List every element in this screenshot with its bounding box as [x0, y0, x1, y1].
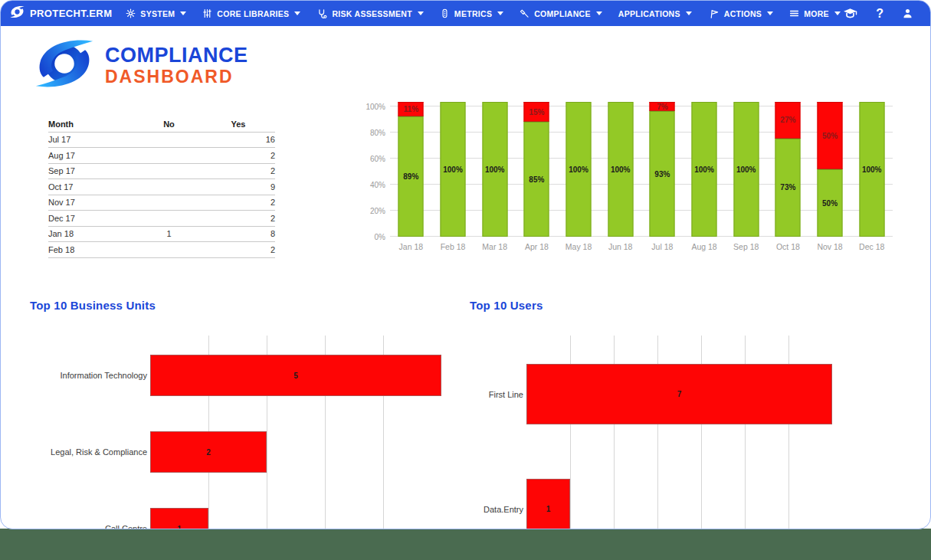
- x-tick-label: Apr 18: [516, 242, 558, 251]
- column-header-month: Month: [48, 120, 136, 129]
- table-row: Feb 182: [48, 242, 275, 258]
- category-label: Information Technology: [1, 371, 147, 380]
- segment-value-label: 73%: [780, 183, 795, 192]
- stacked-bar[interactable]: 27%73%: [775, 102, 801, 237]
- cell-month: Feb 18: [48, 245, 136, 254]
- category-label: Data.Entry: [1, 505, 523, 514]
- stacked-bars-row: 11%89%Jan 18100%Feb 18100%Mar 1815%85%Ap…: [390, 102, 893, 237]
- bar-segment-yes[interactable]: 73%: [775, 139, 801, 237]
- x-tick-label: May 18: [558, 242, 600, 251]
- chevron-down-icon: [596, 11, 602, 15]
- gavel-icon: [520, 8, 529, 18]
- menu-applications[interactable]: APPLICATIONS: [618, 9, 692, 18]
- stacked-bar[interactable]: 100%: [859, 102, 884, 237]
- y-tick-label: 20%: [370, 207, 385, 215]
- main-menu: SYSTEM CORE LIBRARIES: [126, 8, 841, 19]
- bar-segment-yes[interactable]: 85%: [524, 122, 549, 237]
- bar-segment-no[interactable]: 11%: [398, 102, 424, 116]
- bar-segment-no[interactable]: 7%: [650, 102, 675, 111]
- segment-value-label: 100%: [694, 165, 714, 174]
- bar-segment-yes[interactable]: 100%: [441, 102, 466, 237]
- users-chart-title: Top 10 Users: [470, 299, 543, 312]
- segment-value-label: 100%: [611, 165, 631, 174]
- bar-segment-no[interactable]: 27%: [775, 102, 801, 139]
- stacked-bar[interactable]: 100%: [566, 102, 592, 237]
- bar-value-label: 1: [546, 505, 551, 513]
- menu-compliance[interactable]: COMPLIANCE: [520, 8, 602, 18]
- flag-icon: [708, 8, 720, 19]
- bar-segment-no[interactable]: 15%: [524, 102, 549, 122]
- bar-segment-yes[interactable]: 100%: [733, 102, 759, 237]
- stacked-bar[interactable]: 7%93%: [650, 102, 675, 237]
- chevron-down-icon: [418, 11, 424, 15]
- cell-month: Jul 17: [48, 135, 136, 144]
- bar-segment-yes[interactable]: 89%: [398, 116, 424, 237]
- menu-core-libraries-label: CORE LIBRARIES: [217, 9, 289, 18]
- stacked-bar-slot: 50%50%Nov 18: [809, 102, 851, 237]
- gear-icon: [126, 8, 136, 18]
- stacked-bar[interactable]: 50%50%: [818, 102, 843, 237]
- menu-more[interactable]: MORE: [789, 8, 841, 18]
- graduation-cap-icon[interactable]: [843, 8, 857, 19]
- segment-value-label: 100%: [443, 165, 463, 174]
- menu-actions[interactable]: ACTIONS: [708, 8, 773, 19]
- x-tick-label: Jul 18: [641, 242, 683, 251]
- stacked-bar[interactable]: 100%: [441, 102, 466, 237]
- h-bar[interactable]: 2: [150, 431, 267, 473]
- bar-segment-yes[interactable]: 100%: [692, 102, 717, 237]
- stacked-bar[interactable]: 100%: [692, 102, 717, 237]
- menu-applications-label: APPLICATIONS: [618, 9, 680, 18]
- compliance-swirl-logo: [34, 38, 94, 93]
- stacked-bar-slot: 100%Sep 18: [725, 102, 767, 237]
- stacked-bar[interactable]: 100%: [482, 102, 507, 237]
- bar-segment-yes[interactable]: 100%: [859, 102, 884, 237]
- menu-more-label: MORE: [804, 9, 829, 18]
- table-row: Jul 1716: [48, 133, 275, 149]
- table-row: Oct 179: [48, 179, 275, 195]
- stacked-bar[interactable]: 11%89%: [398, 102, 424, 237]
- bar-segment-yes[interactable]: 100%: [608, 102, 633, 237]
- cell-month: Sep 17: [48, 166, 136, 175]
- table-row: Jan 1818: [48, 227, 275, 243]
- segment-value-label: 85%: [529, 175, 544, 184]
- protecht-brand[interactable]: PROTECHT.ERM: [10, 5, 112, 21]
- y-tick-label: 60%: [370, 155, 385, 163]
- bar-segment-yes[interactable]: 50%: [818, 169, 843, 237]
- brand-name: PROTECHT.ERM: [30, 8, 112, 19]
- h-bar[interactable]: 1: [150, 508, 208, 529]
- h-bar[interactable]: 7: [526, 364, 832, 424]
- stacked-bar-slot: 11%89%Jan 18: [390, 102, 432, 237]
- h-bar[interactable]: 5: [150, 355, 441, 396]
- stacked-chart-y-axis: 0%20%40%60%80%100%: [352, 102, 385, 237]
- table-row: Dec 172: [48, 211, 275, 227]
- menu-metrics[interactable]: METRICS: [440, 8, 503, 18]
- stacked-bar-slot: 100%Mar 18: [474, 102, 516, 237]
- h-bar[interactable]: 1: [526, 479, 570, 529]
- cell-month: Oct 17: [48, 182, 136, 192]
- menu-risk-assessment[interactable]: RISK ASSESSMENT: [316, 8, 423, 19]
- bar-segment-yes[interactable]: 100%: [566, 102, 592, 237]
- menu-system-label: SYSTEM: [140, 9, 175, 18]
- user-icon[interactable]: [902, 8, 913, 19]
- segment-value-label: 100%: [569, 165, 588, 174]
- segment-value-label: 100%: [862, 165, 882, 174]
- menu-core-libraries[interactable]: CORE LIBRARIES: [202, 8, 300, 18]
- bar-segment-yes[interactable]: 100%: [482, 102, 507, 237]
- top-navbar: PROTECHT.ERM SYSTEM: [1, 1, 930, 26]
- bar-segment-yes[interactable]: 93%: [650, 111, 675, 237]
- table-row: Sep 172: [48, 164, 275, 180]
- bar-segment-no[interactable]: 50%: [818, 102, 843, 169]
- segment-value-label: 89%: [403, 172, 418, 181]
- column-header-yes: Yes: [202, 120, 275, 129]
- help-icon[interactable]: ?: [876, 8, 883, 20]
- x-tick-label: Jun 18: [599, 242, 641, 251]
- segment-value-label: 100%: [736, 165, 756, 174]
- category-label: Legal, Risk & Compliance: [1, 447, 147, 457]
- stacked-bar[interactable]: 15%85%: [524, 102, 549, 237]
- cell-month: Nov 17: [48, 198, 136, 207]
- y-tick-label: 80%: [370, 129, 385, 137]
- segment-value-label: 11%: [404, 105, 418, 113]
- menu-system[interactable]: SYSTEM: [126, 8, 186, 18]
- stacked-bar[interactable]: 100%: [733, 102, 759, 237]
- stacked-bar[interactable]: 100%: [608, 102, 633, 237]
